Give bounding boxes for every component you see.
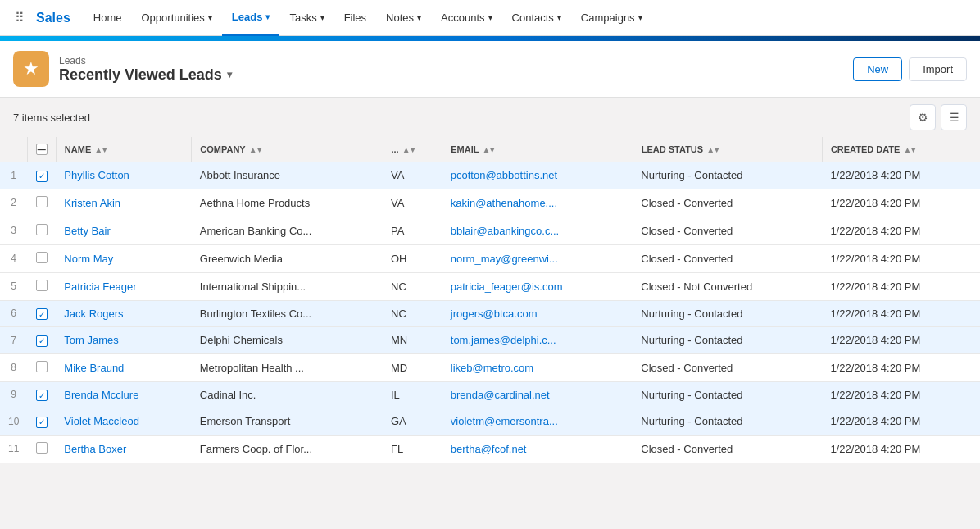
row-name[interactable]: Tom James (56, 327, 191, 354)
page-title-dropdown-icon: ▾ (227, 69, 232, 80)
row-name[interactable]: Patricia Feager (56, 272, 191, 300)
row-number: 5 (0, 272, 27, 300)
row-lead-status: Nurturing - Contacted (633, 408, 822, 436)
row-checkbox[interactable]: ✓ (36, 390, 48, 401)
row-lead-status: Nurturing - Contacted (633, 327, 822, 354)
row-checkbox-cell[interactable] (27, 272, 56, 300)
row-email[interactable]: patricia_feager@is.com (442, 272, 633, 300)
page-title[interactable]: Recently Viewed Leads ▾ (59, 66, 232, 84)
row-checkbox-cell[interactable]: ✓ (27, 300, 56, 327)
new-button[interactable]: New (853, 57, 902, 81)
row-checkbox[interactable] (36, 442, 48, 454)
th-lead-status[interactable]: LEAD STATUS ▲▾ (633, 137, 822, 162)
row-checkbox-cell[interactable]: ✓ (27, 162, 56, 189)
row-company: Burlington Textiles Co... (192, 300, 383, 327)
nav-opportunities[interactable]: Opportunities▾ (132, 0, 222, 36)
th-name[interactable]: NAME ▲▾ (56, 137, 191, 162)
row-checkbox-cell[interactable] (27, 244, 56, 272)
nav-files[interactable]: Files (334, 0, 376, 36)
row-name[interactable]: Kristen Akin (56, 189, 191, 217)
nav-tasks[interactable]: Tasks▾ (279, 0, 333, 36)
nav-leads[interactable]: Leads▾ (222, 0, 280, 36)
row-created-date: 1/22/2018 4:20 PM (822, 353, 980, 381)
row-email[interactable]: brenda@cardinal.net (442, 381, 633, 408)
nav-contacts[interactable]: Contacts▾ (502, 0, 571, 36)
row-email[interactable]: kakin@athenahome.... (442, 189, 633, 217)
page-header-right: New Import (853, 57, 967, 81)
th-company[interactable]: COMPANY ▲▾ (192, 137, 383, 162)
row-name[interactable]: Violet Maccleod (56, 408, 191, 436)
row-name[interactable]: Bertha Boxer (56, 435, 191, 463)
row-email[interactable]: pcotton@abbottins.net (442, 162, 633, 189)
row-email[interactable]: violetm@emersontra... (442, 408, 633, 436)
nav-notes[interactable]: Notes▾ (376, 0, 431, 36)
row-checkbox[interactable]: ✓ (36, 417, 48, 428)
row-created-date: 1/22/2018 4:20 PM (822, 217, 980, 244)
row-checkbox[interactable]: ✓ (36, 308, 48, 320)
row-number: 6 (0, 300, 27, 327)
row-created-date: 1/22/2018 4:20 PM (822, 435, 980, 463)
row-company: International Shippin... (192, 272, 383, 300)
th-email[interactable]: EMAIL ▲▾ (442, 137, 633, 162)
nav-campaigns[interactable]: Campaigns▾ (571, 0, 652, 36)
row-checkbox-cell[interactable]: ✓ (27, 327, 56, 354)
row-created-date: 1/22/2018 4:20 PM (822, 327, 980, 354)
row-email[interactable]: jrogers@btca.com (442, 300, 633, 327)
row-lead-status: Closed - Converted (633, 217, 822, 244)
row-checkbox-cell[interactable] (27, 435, 56, 463)
row-created-date: 1/22/2018 4:20 PM (822, 244, 980, 272)
table-row: 7 ✓ Tom James Delphi Chemicals MN tom.ja… (0, 327, 980, 354)
import-button[interactable]: Import (909, 57, 967, 81)
top-nav: ⠿ Sales Home Opportunities▾ Leads▾ Tasks… (0, 0, 980, 36)
row-number: 3 (0, 217, 27, 244)
table-row: 2 Kristen Akin Aethna Home Products VA k… (0, 189, 980, 217)
row-checkbox-cell[interactable] (27, 217, 56, 244)
th-created-date[interactable]: CREATED DATE ▲▾ (822, 137, 980, 162)
row-name[interactable]: Brenda Mcclure (56, 381, 191, 408)
row-company: Farmers Coop. of Flor... (192, 435, 383, 463)
nav-accounts[interactable]: Accounts▾ (431, 0, 501, 36)
table-row: 1 ✓ Phyllis Cotton Abbott Insurance VA p… (0, 162, 980, 189)
row-state: NC (383, 300, 442, 327)
apps-icon[interactable]: ⠿ (7, 5, 33, 31)
table-row: 6 ✓ Jack Rogers Burlington Textiles Co..… (0, 300, 980, 327)
row-name[interactable]: Phyllis Cotton (56, 162, 191, 189)
row-name[interactable]: Norm May (56, 244, 191, 272)
row-company: Metropolitan Health ... (192, 353, 383, 381)
th-state[interactable]: ... ▲▾ (383, 137, 442, 162)
row-checkbox-cell[interactable]: ✓ (27, 408, 56, 436)
nav-brand[interactable]: Sales (36, 11, 70, 25)
row-checkbox[interactable] (36, 252, 48, 263)
select-all-checkbox[interactable]: — (36, 144, 48, 155)
row-checkbox[interactable]: ✓ (36, 171, 48, 182)
contacts-chevron: ▾ (557, 13, 561, 22)
row-name[interactable]: Mike Braund (56, 353, 191, 381)
row-name[interactable]: Betty Bair (56, 217, 191, 244)
row-email[interactable]: likeb@metro.com (442, 353, 633, 381)
row-checkbox-cell[interactable] (27, 353, 56, 381)
list-view-icon-button[interactable]: ☰ (941, 104, 967, 130)
table-row: 3 Betty Bair American Banking Co... PA b… (0, 217, 980, 244)
row-checkbox[interactable] (36, 224, 48, 235)
row-checkbox[interactable]: ✓ (36, 335, 48, 347)
row-email[interactable]: tom.james@delphi.c... (442, 327, 633, 354)
row-checkbox[interactable] (36, 196, 48, 207)
row-email[interactable]: bertha@fcof.net (442, 435, 633, 463)
settings-icon-button[interactable]: ⚙ (910, 104, 936, 130)
row-created-date: 1/22/2018 4:20 PM (822, 381, 980, 408)
th-row-num (0, 137, 27, 162)
row-name[interactable]: Jack Rogers (56, 300, 191, 327)
row-checkbox[interactable] (36, 280, 48, 291)
row-created-date: 1/22/2018 4:20 PM (822, 408, 980, 436)
row-checkbox-cell[interactable] (27, 189, 56, 217)
table-row: 8 Mike Braund Metropolitan Health ... MD… (0, 353, 980, 381)
row-checkbox[interactable] (36, 361, 48, 372)
th-select-all[interactable]: — (27, 137, 56, 162)
row-number: 8 (0, 353, 27, 381)
nav-home[interactable]: Home (84, 0, 132, 36)
email-sort-icon: ▲▾ (483, 145, 495, 154)
row-email[interactable]: norm_may@greenwi... (442, 244, 633, 272)
row-lead-status: Nurturing - Contacted (633, 162, 822, 189)
row-email[interactable]: bblair@abankingco.c... (442, 217, 633, 244)
row-checkbox-cell[interactable]: ✓ (27, 381, 56, 408)
